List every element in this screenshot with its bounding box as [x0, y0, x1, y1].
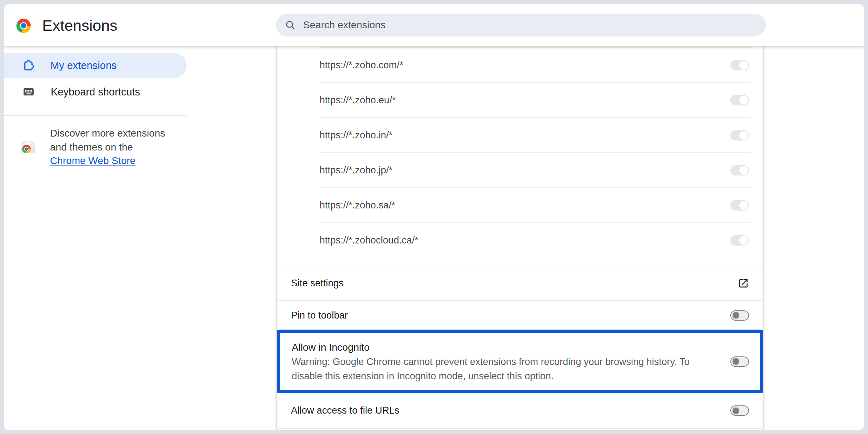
- site-access-row: https://*.zoho.eu/*: [277, 83, 763, 117]
- chrome-logo-icon: [16, 19, 31, 33]
- discover-section: Discover more extensions and themes on t…: [4, 127, 204, 168]
- sidebar-item-my-extensions[interactable]: My extensions: [4, 53, 187, 78]
- site-access-url: https://*.zoho.com/*: [320, 60, 730, 71]
- extension-detail-card: https://*.zoho.com/* https://*.zoho.eu/*…: [277, 46, 763, 430]
- site-access-url: https://*.zoho.sa/*: [320, 200, 730, 211]
- sidebar-divider: [4, 115, 187, 116]
- section-divider: [277, 428, 763, 429]
- discover-text: Discover more extensions and themes on t…: [50, 127, 170, 168]
- site-access-url: https://*.zohocloud.ca/*: [320, 235, 730, 246]
- pin-to-toolbar-label: Pin to toolbar: [291, 310, 730, 321]
- page-title: Extensions: [42, 4, 117, 46]
- site-access-toggle[interactable]: [730, 200, 749, 211]
- site-access-row: https://*.zohocloud.ca/*: [277, 223, 763, 257]
- allow-incognito-warning: Warning: Google Chrome cannot prevent ex…: [292, 355, 699, 383]
- sidebar-item-keyboard-shortcuts[interactable]: Keyboard shortcuts: [4, 79, 187, 104]
- keyboard-icon: [23, 86, 35, 98]
- site-settings-label: Site settings: [291, 278, 738, 289]
- search-input[interactable]: [303, 19, 696, 31]
- chrome-web-store-icon: [21, 141, 35, 153]
- search-bar[interactable]: [276, 14, 766, 36]
- open-in-new-icon[interactable]: [738, 278, 749, 289]
- allow-incognito-toggle[interactable]: [730, 356, 749, 367]
- site-access-row: https://*.zoho.jp/*: [277, 153, 763, 187]
- site-access-url: https://*.zoho.jp/*: [320, 165, 730, 176]
- pin-to-toolbar-toggle[interactable]: [730, 310, 749, 321]
- search-icon: [285, 19, 296, 31]
- site-access-url: https://*.zoho.in/*: [320, 130, 730, 141]
- discover-text-before: Discover more extensions and themes on t…: [50, 128, 165, 153]
- site-access-toggle[interactable]: [730, 130, 749, 140]
- site-access-toggle[interactable]: [730, 60, 749, 70]
- file-urls-row: Allow access to file URLs: [277, 393, 763, 428]
- allow-incognito-text: Allow in Incognito Warning: Google Chrom…: [292, 340, 730, 383]
- file-urls-label: Allow access to file URLs: [291, 405, 730, 416]
- site-access-row: https://*.zoho.in/*: [277, 118, 763, 152]
- header: Extensions: [4, 4, 864, 46]
- window-frame: Extensions My extensions K: [0, 0, 868, 434]
- site-settings-row[interactable]: Site settings: [277, 266, 763, 300]
- site-access-row: https://*.zoho.com/*: [277, 48, 763, 82]
- file-urls-toggle[interactable]: [730, 405, 749, 416]
- pin-to-toolbar-row: Pin to toolbar: [277, 301, 763, 330]
- chrome-web-store-link[interactable]: Chrome Web Store: [50, 155, 135, 166]
- sidebar: My extensions Keyboard shortcuts Discove…: [4, 46, 277, 430]
- site-access-toggle[interactable]: [730, 95, 749, 105]
- allow-incognito-row: Allow in Incognito Warning: Google Chrom…: [277, 330, 763, 393]
- allow-incognito-label: Allow in Incognito: [292, 340, 730, 355]
- site-access-toggle[interactable]: [730, 235, 749, 246]
- sidebar-item-label: My extensions: [50, 60, 117, 71]
- site-access-toggle[interactable]: [730, 165, 749, 176]
- sidebar-item-label: Keyboard shortcuts: [51, 86, 140, 98]
- site-access-row: https://*.zoho.sa/*: [277, 188, 763, 222]
- puzzle-extension-icon: [23, 60, 34, 71]
- chrome-extensions-page: Extensions My extensions K: [4, 4, 864, 430]
- site-access-url: https://*.zoho.eu/*: [320, 95, 730, 106]
